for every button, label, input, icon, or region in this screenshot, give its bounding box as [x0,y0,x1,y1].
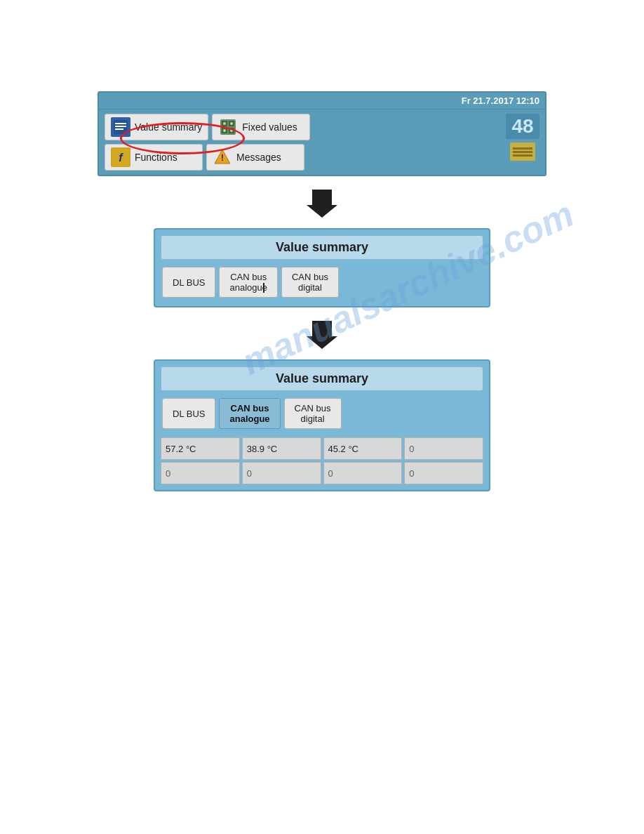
sd-line-1 [513,147,532,150]
panel2-title: Value summary [276,371,368,385]
tab-dl-bus-1[interactable]: DL BUS [162,267,215,298]
tab-dl-bus-2[interactable]: DL BUS [162,398,215,429]
svg-point-11 [223,129,226,132]
sd-card-icon [510,143,535,161]
svg-marker-17 [307,190,337,218]
fixed-values-icon [218,117,238,137]
right-badges: 48 [506,114,539,171]
data-cell-1-2: 0 [323,462,403,484]
value-panel-1: Value summary DL BUS CAN busanalogue CAN… [154,228,490,307]
menu-btn-functions[interactable]: f Functions [105,144,203,171]
functions-label: Functions [135,152,177,163]
svg-marker-18 [307,321,337,349]
tab-can-bus-analogue-1[interactable]: CAN busanalogue [219,267,278,298]
data-cell-0-2: 45.2 °C [323,437,403,460]
data-cell-1-1: 0 [242,462,321,484]
fixed-values-label: Fixed values [242,121,297,133]
svg-point-9 [223,122,226,125]
menu-btn-messages[interactable]: ! Messages [206,144,304,171]
sd-line-3 [513,154,532,157]
menu-row-2: f Functions ! Messages [105,144,502,171]
top-screen-body: Value summary [99,110,545,175]
page-wrapper: manualsarchive.com Fr 21.7.2017 12:10 [0,0,644,834]
panel1-tabs: DL BUS CAN busanalogue CAN busdigital [161,264,483,300]
data-cell-1-0: 0 [161,462,240,484]
value-summary-label: Value summary [135,121,202,133]
messages-icon: ! [213,147,232,167]
sd-line-2 [513,151,532,153]
data-cell-0-0: 57.2 °C [161,437,240,460]
menu-btn-fixed-values[interactable]: Fixed values [212,114,310,140]
top-screen: Fr 21.7.2017 12:10 [98,91,546,176]
functions-icon: f [111,147,130,167]
menu-btn-value-summary[interactable]: Value summary [105,114,208,140]
arrow-2 [304,316,340,351]
panel1-title: Value summary [276,240,368,254]
svg-text:!: ! [221,152,224,163]
menu-row-1: Value summary [105,114,502,140]
data-grid: 57.2 °C 38.9 °C 45.2 °C 0 0 0 0 0 [161,437,483,484]
messages-label: Messages [236,152,281,163]
menu-grid: Value summary [105,114,502,171]
data-cell-1-3: 0 [404,462,483,484]
data-cell-0-3: 0 [404,437,483,460]
panel1-title-bar: Value summary [161,235,483,260]
tab-can-bus-digital-2[interactable]: CAN busdigital [284,398,342,429]
tab-can-bus-analogue-2[interactable]: CAN busanalogue [219,398,280,429]
sd-lines [513,147,532,157]
panel2-title-bar: Value summary [161,366,483,391]
value-summary-icon [111,117,130,137]
svg-point-12 [230,129,233,132]
tab-can-bus-digital-1[interactable]: CAN busdigital [281,267,339,298]
page-number-badge: 48 [506,114,539,139]
arrow-1 [304,185,340,220]
svg-point-10 [230,122,233,125]
value-panel-2: Value summary DL BUS CAN busanalogue CAN… [154,359,490,491]
data-cell-0-1: 38.9 °C [242,437,321,460]
panel2-tabs: DL BUS CAN busanalogue CAN busdigital [161,395,483,432]
datetime-badge: Fr 21.7.2017 12:10 [462,95,539,106]
top-screen-header: Fr 21.7.2017 12:10 [99,93,545,110]
